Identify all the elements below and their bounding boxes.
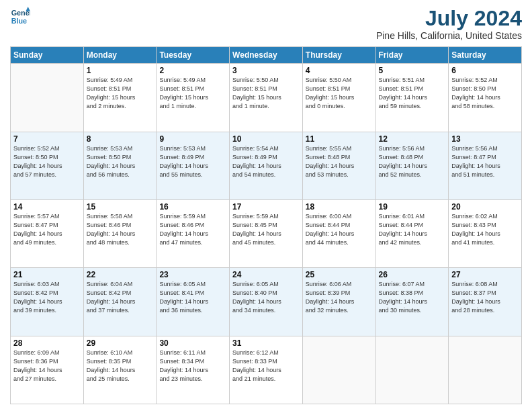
day-number: 26 <box>379 270 446 279</box>
day-number: 7 <box>13 134 81 144</box>
day-info: Sunrise: 6:09 AM Sunset: 8:36 PM Dayligh… <box>13 349 81 383</box>
table-row: 15Sunrise: 5:58 AM Sunset: 8:46 PM Dayli… <box>83 199 157 267</box>
table-row: 26Sunrise: 6:07 AM Sunset: 8:38 PM Dayli… <box>375 268 449 336</box>
page: General Blue July 2024 Pine Hills, Calif… <box>0 0 532 411</box>
day-info: Sunrise: 5:57 AM Sunset: 8:47 PM Dayligh… <box>13 212 81 247</box>
day-number: 21 <box>13 270 81 279</box>
day-info: Sunrise: 6:12 AM Sunset: 8:33 PM Dayligh… <box>232 349 300 383</box>
table-row: 3Sunrise: 5:50 AM Sunset: 8:51 PM Daylig… <box>230 64 303 132</box>
day-number: 16 <box>159 202 226 212</box>
day-number: 11 <box>306 134 373 144</box>
day-number: 14 <box>13 202 81 212</box>
month-title: July 2024 <box>376 7 522 30</box>
col-thursday: Thursday <box>302 47 375 64</box>
col-saturday: Saturday <box>449 47 522 64</box>
table-row: 23Sunrise: 6:05 AM Sunset: 8:41 PM Dayli… <box>157 268 230 336</box>
day-info: Sunrise: 5:53 AM Sunset: 8:49 PM Dayligh… <box>159 144 226 179</box>
day-info: Sunrise: 5:52 AM Sunset: 8:50 PM Dayligh… <box>451 76 519 111</box>
day-number: 23 <box>159 270 226 279</box>
col-wednesday: Wednesday <box>230 47 303 64</box>
table-row: 10Sunrise: 5:54 AM Sunset: 8:49 PM Dayli… <box>230 132 303 199</box>
calendar-week-row: 1Sunrise: 5:49 AM Sunset: 8:51 PM Daylig… <box>11 64 522 132</box>
calendar-week-row: 14Sunrise: 5:57 AM Sunset: 8:47 PM Dayli… <box>11 199 522 267</box>
day-number: 27 <box>451 270 519 279</box>
table-row: 5Sunrise: 5:51 AM Sunset: 8:51 PM Daylig… <box>375 64 449 132</box>
day-info: Sunrise: 5:54 AM Sunset: 8:49 PM Dayligh… <box>232 144 300 179</box>
day-number: 8 <box>87 134 154 144</box>
table-row: 24Sunrise: 6:05 AM Sunset: 8:40 PM Dayli… <box>230 268 303 336</box>
day-number: 22 <box>87 270 154 279</box>
day-info: Sunrise: 6:10 AM Sunset: 8:35 PM Dayligh… <box>87 349 154 383</box>
table-row: 18Sunrise: 6:00 AM Sunset: 8:44 PM Dayli… <box>302 199 375 267</box>
day-info: Sunrise: 6:02 AM Sunset: 8:43 PM Dayligh… <box>451 212 519 247</box>
calendar-header-row: Sunday Monday Tuesday Wednesday Thursday… <box>11 47 522 64</box>
day-info: Sunrise: 6:01 AM Sunset: 8:44 PM Dayligh… <box>379 212 446 247</box>
day-number: 20 <box>451 202 519 212</box>
day-info: Sunrise: 6:07 AM Sunset: 8:38 PM Dayligh… <box>379 280 446 315</box>
day-info: Sunrise: 6:05 AM Sunset: 8:41 PM Dayligh… <box>159 280 226 315</box>
day-number: 13 <box>451 134 519 144</box>
col-monday: Monday <box>83 47 157 64</box>
table-row: 7Sunrise: 5:52 AM Sunset: 8:50 PM Daylig… <box>11 132 84 199</box>
table-row: 17Sunrise: 5:59 AM Sunset: 8:45 PM Dayli… <box>230 199 303 267</box>
day-info: Sunrise: 5:56 AM Sunset: 8:48 PM Dayligh… <box>379 144 446 179</box>
logo: General Blue <box>10 7 30 27</box>
day-info: Sunrise: 6:00 AM Sunset: 8:44 PM Dayligh… <box>306 212 373 247</box>
day-number: 28 <box>13 338 81 348</box>
table-row: 12Sunrise: 5:56 AM Sunset: 8:48 PM Dayli… <box>375 132 449 199</box>
day-info: Sunrise: 6:06 AM Sunset: 8:39 PM Dayligh… <box>306 280 373 315</box>
calendar-week-row: 28Sunrise: 6:09 AM Sunset: 8:36 PM Dayli… <box>11 336 522 404</box>
table-row <box>449 336 522 404</box>
table-row: 4Sunrise: 5:50 AM Sunset: 8:51 PM Daylig… <box>302 64 375 132</box>
day-number: 2 <box>159 66 226 75</box>
table-row: 13Sunrise: 5:56 AM Sunset: 8:47 PM Dayli… <box>449 132 522 199</box>
day-number: 4 <box>306 66 373 75</box>
calendar-table: Sunday Monday Tuesday Wednesday Thursday… <box>10 46 522 404</box>
day-info: Sunrise: 6:11 AM Sunset: 8:34 PM Dayligh… <box>159 349 226 383</box>
table-row: 31Sunrise: 6:12 AM Sunset: 8:33 PM Dayli… <box>230 336 303 404</box>
day-number: 17 <box>232 202 300 212</box>
day-info: Sunrise: 6:04 AM Sunset: 8:42 PM Dayligh… <box>87 280 154 315</box>
day-info: Sunrise: 6:03 AM Sunset: 8:42 PM Dayligh… <box>13 280 81 315</box>
day-number: 31 <box>232 338 300 348</box>
table-row: 19Sunrise: 6:01 AM Sunset: 8:44 PM Dayli… <box>375 199 449 267</box>
day-number: 5 <box>379 66 446 75</box>
day-number: 3 <box>232 66 300 75</box>
logo-icon: General Blue <box>10 7 30 27</box>
day-number: 30 <box>159 338 226 348</box>
day-info: Sunrise: 5:49 AM Sunset: 8:51 PM Dayligh… <box>87 76 154 111</box>
table-row: 22Sunrise: 6:04 AM Sunset: 8:42 PM Dayli… <box>83 268 157 336</box>
table-row: 29Sunrise: 6:10 AM Sunset: 8:35 PM Dayli… <box>83 336 157 404</box>
svg-text:Blue: Blue <box>11 17 27 25</box>
day-number: 18 <box>306 202 373 212</box>
day-number: 6 <box>451 66 519 75</box>
day-info: Sunrise: 5:52 AM Sunset: 8:50 PM Dayligh… <box>13 144 81 179</box>
col-friday: Friday <box>375 47 449 64</box>
day-info: Sunrise: 5:51 AM Sunset: 8:51 PM Dayligh… <box>379 76 446 111</box>
table-row: 11Sunrise: 5:55 AM Sunset: 8:48 PM Dayli… <box>302 132 375 199</box>
table-row: 8Sunrise: 5:53 AM Sunset: 8:50 PM Daylig… <box>83 132 157 199</box>
day-info: Sunrise: 5:59 AM Sunset: 8:46 PM Dayligh… <box>159 212 226 247</box>
table-row: 20Sunrise: 6:02 AM Sunset: 8:43 PM Dayli… <box>449 199 522 267</box>
day-info: Sunrise: 5:49 AM Sunset: 8:51 PM Dayligh… <box>159 76 226 111</box>
col-tuesday: Tuesday <box>157 47 230 64</box>
header: General Blue July 2024 Pine Hills, Calif… <box>10 7 522 41</box>
header-right: July 2024 Pine Hills, California, United… <box>376 7 522 41</box>
table-row: 14Sunrise: 5:57 AM Sunset: 8:47 PM Dayli… <box>11 199 84 267</box>
day-number: 12 <box>379 134 446 144</box>
day-info: Sunrise: 5:55 AM Sunset: 8:48 PM Dayligh… <box>306 144 373 179</box>
day-info: Sunrise: 5:50 AM Sunset: 8:51 PM Dayligh… <box>232 76 300 111</box>
table-row: 6Sunrise: 5:52 AM Sunset: 8:50 PM Daylig… <box>449 64 522 132</box>
table-row: 28Sunrise: 6:09 AM Sunset: 8:36 PM Dayli… <box>11 336 84 404</box>
day-number: 15 <box>87 202 154 212</box>
day-number: 10 <box>232 134 300 144</box>
calendar-week-row: 21Sunrise: 6:03 AM Sunset: 8:42 PM Dayli… <box>11 268 522 336</box>
table-row <box>302 336 375 404</box>
day-info: Sunrise: 5:53 AM Sunset: 8:50 PM Dayligh… <box>87 144 154 179</box>
table-row <box>375 336 449 404</box>
table-row: 25Sunrise: 6:06 AM Sunset: 8:39 PM Dayli… <box>302 268 375 336</box>
day-info: Sunrise: 5:58 AM Sunset: 8:46 PM Dayligh… <box>87 212 154 247</box>
day-info: Sunrise: 5:50 AM Sunset: 8:51 PM Dayligh… <box>306 76 373 111</box>
day-number: 29 <box>87 338 154 348</box>
day-info: Sunrise: 5:59 AM Sunset: 8:45 PM Dayligh… <box>232 212 300 247</box>
